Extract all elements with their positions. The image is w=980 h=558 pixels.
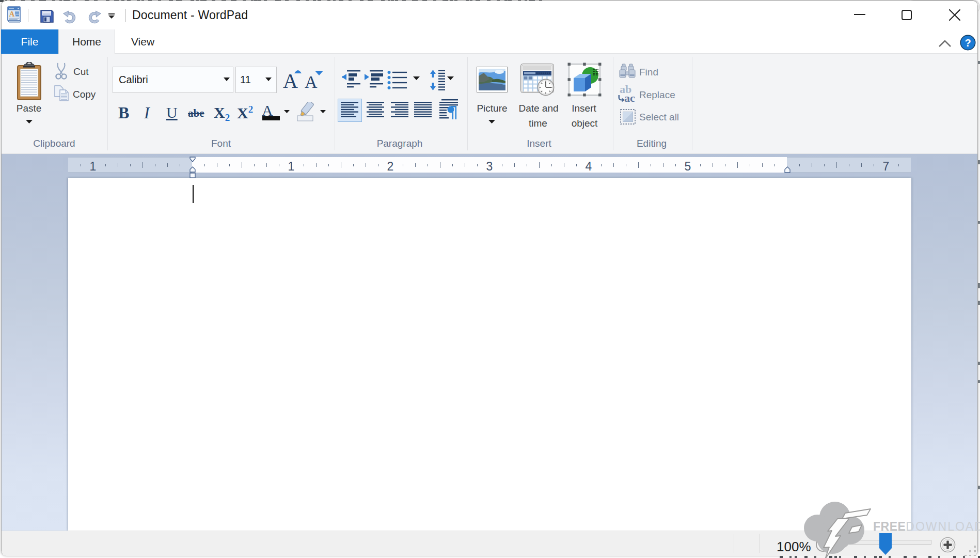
svg-text:A: A — [9, 10, 15, 18]
svg-text:A: A — [305, 72, 318, 90]
svg-text:?: ? — [965, 37, 971, 49]
svg-text:ac: ac — [624, 91, 635, 103]
